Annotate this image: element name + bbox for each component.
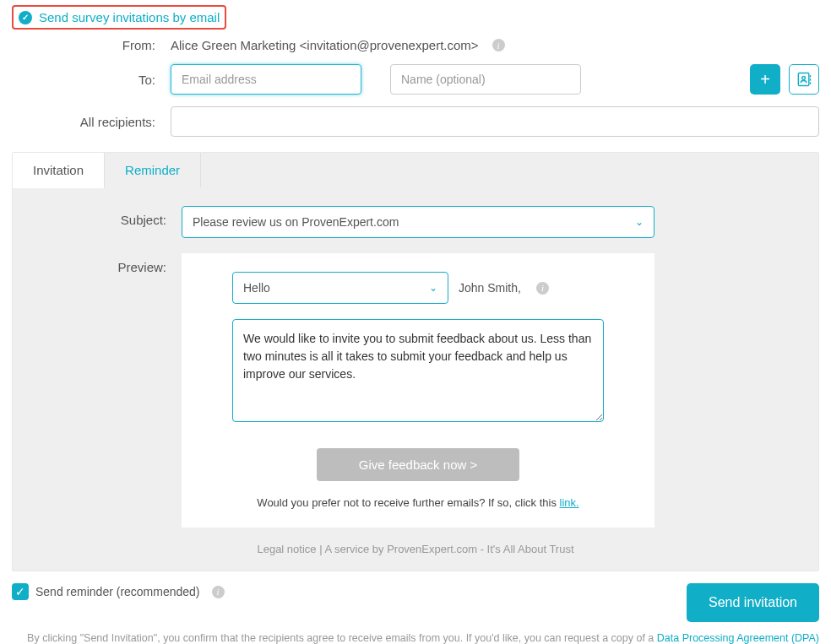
unsubscribe-text: Would you prefer not to receive further …: [232, 496, 604, 509]
recipients-label: All recipients:: [12, 115, 171, 129]
tabs: Invitation Reminder: [13, 153, 818, 187]
recipient-name: John Smith,: [459, 281, 521, 295]
info-icon[interactable]: i: [492, 39, 505, 51]
unsubscribe-link[interactable]: link.: [560, 496, 579, 509]
legal-notice: Legal notice | A service by ProvenExpert…: [38, 543, 793, 555]
preview-label: Preview:: [38, 253, 182, 528]
info-icon[interactable]: i: [212, 586, 225, 598]
tab-invitation[interactable]: Invitation: [13, 153, 105, 188]
send-reminder-checkbox[interactable]: ✓: [12, 583, 29, 600]
reminder-label: Send reminder (recommended): [35, 585, 200, 598]
to-label: To:: [12, 73, 171, 87]
info-icon[interactable]: i: [536, 282, 549, 295]
subject-value: Please review us on ProvenExpert.com: [193, 215, 399, 229]
section-header[interactable]: ✓ Send survey invitations by email: [12, 5, 226, 30]
email-input[interactable]: [171, 64, 361, 95]
greeting-value: Hello: [243, 281, 270, 295]
send-invitation-button[interactable]: Send invitation: [687, 583, 819, 622]
chevron-down-icon: ⌄: [429, 282, 437, 294]
name-input[interactable]: [390, 64, 581, 95]
greeting-select[interactable]: Hello ⌄: [232, 272, 448, 304]
from-value: Alice Green Marketing <invitation@proven…: [171, 38, 479, 52]
dpa-link[interactable]: Data Processing Agreement (DPA) here.: [657, 632, 819, 644]
message-textarea[interactable]: [232, 319, 604, 422]
section-title: Send survey invitations by email: [39, 10, 220, 24]
check-icon: ✓: [19, 11, 32, 24]
tab-reminder[interactable]: Reminder: [105, 153, 201, 187]
subject-select[interactable]: Please review us on ProvenExpert.com ⌄: [182, 206, 654, 238]
chevron-down-icon: ⌄: [635, 216, 644, 228]
disclaimer: By clicking "Send Invitation", you confi…: [12, 630, 819, 644]
add-recipient-button[interactable]: +: [750, 64, 780, 95]
tab-section: Invitation Reminder Subject: Please revi…: [12, 152, 819, 571]
contacts-button[interactable]: [789, 64, 819, 95]
recipients-input[interactable]: [171, 106, 819, 137]
subject-label: Subject:: [38, 206, 182, 238]
address-book-icon: [796, 71, 812, 88]
feedback-button[interactable]: Give feedback now >: [317, 448, 520, 481]
preview-box: Hello ⌄ John Smith, i Give feedback now …: [182, 253, 654, 528]
svg-point-1: [802, 76, 806, 79]
from-label: From:: [12, 38, 171, 52]
